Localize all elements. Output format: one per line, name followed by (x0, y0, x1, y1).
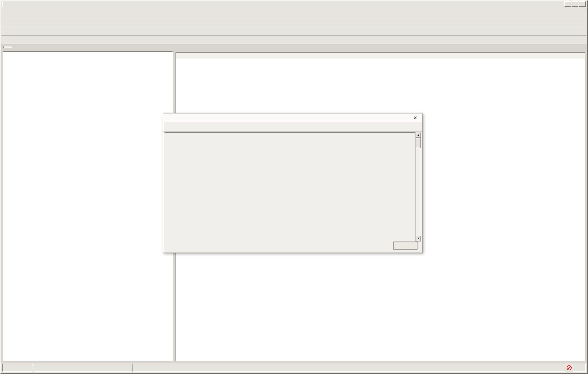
menubar (1, 1, 587, 8)
zones-table (165, 132, 415, 133)
app-window: ✕ ▲ ▼ (0, 0, 588, 374)
structure-panel (3, 44, 173, 361)
workspace-tabs (1, 27, 587, 36)
status-segment-1 (2, 364, 32, 372)
scroll-thumb[interactable] (416, 138, 421, 148)
dialog-close-icon[interactable]: ✕ (412, 115, 418, 120)
status-segment-3 (132, 364, 565, 372)
temperature-zones-dialog: ✕ ▲ ▼ (163, 113, 422, 253)
main-toolbar (1, 8, 587, 18)
scroll-down-icon[interactable]: ▼ (416, 236, 421, 241)
document-view-tabs (1, 18, 587, 27)
dialog-footer (163, 241, 422, 253)
minimize-button[interactable] (564, 1, 571, 7)
window-controls (564, 1, 587, 7)
structure-tree (3, 51, 173, 361)
projects-toolbar (1, 36, 587, 44)
dialog-tabs (163, 122, 422, 131)
menubar-grip[interactable] (2, 2, 4, 7)
keyboard-layout-indicator[interactable] (573, 364, 586, 372)
status-segment-2 (34, 364, 131, 372)
close-button[interactable] (579, 1, 586, 7)
status-bar (1, 363, 587, 373)
list-column-header[interactable] (176, 53, 585, 59)
scroll-up-icon[interactable]: ▲ (416, 132, 421, 138)
input-blocked-icon (567, 365, 572, 370)
table-scrollbar[interactable]: ▲ ▼ (415, 132, 421, 242)
tab-structure[interactable] (3, 46, 12, 48)
dialog-titlebar: ✕ (163, 113, 422, 122)
maximize-button[interactable] (572, 1, 578, 7)
close-dialog-button[interactable] (393, 242, 417, 250)
content-tabs (176, 44, 585, 52)
